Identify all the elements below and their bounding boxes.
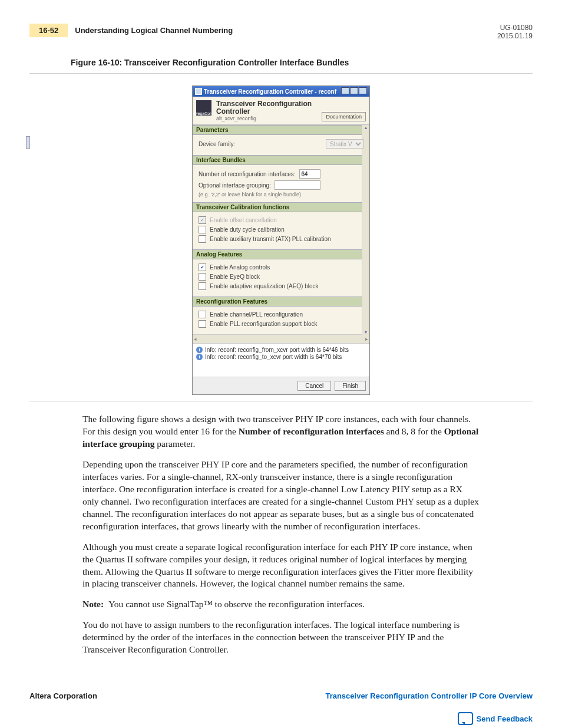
analog-controls-label: Enable Analog controls (210, 264, 270, 271)
paragraph-1: The following figure shows a design with… (82, 413, 480, 450)
eyeq-label: Enable EyeQ block (210, 274, 260, 280)
scroll-left-icon[interactable]: ◂ (194, 336, 197, 342)
optional-grouping-input[interactable] (275, 180, 320, 190)
horizontal-scrollbar[interactable]: ◂▸ (193, 334, 369, 343)
offset-cancel-checkbox (199, 216, 206, 224)
channel-pll-label: Enable channel/PLL reconfiguration (210, 311, 303, 318)
atx-pll-label: Enable auxiliary transmit (ATX) PLL cali… (210, 236, 331, 242)
offset-cancel-label: Enable offset cancellation (210, 217, 277, 223)
dropdown-icon[interactable] (195, 88, 202, 95)
megacore-logo-icon: MegaCore (196, 100, 211, 116)
analog-controls-checkbox[interactable] (199, 263, 206, 271)
finish-button[interactable]: Finish (335, 381, 366, 391)
note-text: You cannot use SignalTap™ to observe the… (108, 598, 365, 611)
paragraph-2: Depending upon the transceiver PHY IP co… (82, 459, 480, 533)
eyeq-checkbox[interactable] (199, 273, 206, 281)
dialog-figure: Transceiver Reconfiguration Controller -… (192, 85, 370, 395)
feedback-label: Send Feedback (477, 714, 533, 723)
body-text: The following figure shows a design with… (82, 413, 480, 656)
doc-id: UG-01080 (497, 24, 533, 32)
info-icon: i (196, 354, 203, 360)
pll-support-label: Enable PLL reconfiguration support block (210, 321, 318, 327)
dialog-title-text: Transceiver Reconfiguration Controller -… (204, 88, 336, 95)
page-number: 16-52 (29, 24, 68, 37)
info-icon: i (196, 347, 203, 353)
cancel-button[interactable]: Cancel (297, 381, 331, 391)
group-header-parameters: Parameters (193, 125, 369, 135)
channel-pll-checkbox[interactable] (199, 311, 206, 318)
pll-support-checkbox[interactable] (199, 320, 206, 328)
figure-caption: Figure 16-10: Transceiver Reconfiguratio… (71, 58, 533, 67)
separator (29, 73, 533, 74)
feedback-icon (458, 712, 473, 725)
footer-company: Altera Corporation (29, 691, 97, 700)
scroll-up-icon[interactable]: ▴ (365, 125, 367, 130)
num-reconfig-if-input[interactable] (299, 169, 320, 179)
note-paragraph: Note: You cannot use SignalTap™ to obser… (82, 598, 480, 611)
vertical-scrollbar[interactable]: ▴▾ (362, 125, 369, 335)
group-header-analog: Analog Features (193, 249, 369, 259)
info-line-1: Info: reconf: reconfig_from_xcvr port wi… (205, 347, 349, 353)
page-header: 16-52 Understanding Logical Channel Numb… (29, 24, 533, 40)
scroll-right-icon[interactable]: ▸ (365, 336, 368, 342)
aeq-checkbox[interactable] (199, 282, 206, 290)
aeq-label: Enable adaptive equalization (AEQ) block (210, 283, 319, 289)
product-subtitle: alt_xcvr_reconfig (216, 116, 317, 121)
section-title: Understanding Logical Channel Numbering (75, 26, 233, 35)
group-header-reconfig: Reconfiguration Features (193, 297, 369, 307)
collapse-handle-icon (26, 136, 30, 149)
page-footer: Altera Corporation Transceiver Reconfigu… (29, 691, 533, 700)
text-run: parameter. (154, 439, 195, 449)
close-icon[interactable] (359, 87, 367, 94)
duty-cycle-checkbox[interactable] (199, 226, 206, 233)
scroll-down-icon[interactable]: ▾ (365, 330, 367, 335)
minimize-icon[interactable] (341, 87, 349, 94)
atx-pll-checkbox[interactable] (199, 235, 206, 243)
optional-grouping-label: Optional interface grouping: (199, 182, 271, 189)
duty-cycle-label: Enable duty cycle calibration (210, 226, 285, 233)
paragraph-5: You do not have to assign numbers to the… (82, 619, 480, 656)
maximize-icon[interactable] (350, 87, 358, 94)
window-controls[interactable] (340, 87, 367, 95)
product-title: Transceiver Reconfiguration Controller (216, 100, 317, 116)
text-run: and 8, 8 for the (384, 426, 444, 436)
group-header-calibration: Transceiver Calibration functions (193, 202, 369, 212)
device-family-select[interactable]: Stratix V (326, 139, 363, 149)
grouping-hint: (e.g. '2,2' or leave blank for a single … (199, 192, 363, 197)
bold-term: Number of reconfiguration interfaces (239, 426, 384, 436)
device-family-label: Device family: (199, 141, 235, 147)
documentation-button[interactable]: Documentation (322, 112, 366, 121)
num-reconfig-if-label: Number of reconfiguration interfaces: (199, 171, 296, 177)
separator (29, 401, 533, 401)
send-feedback-link[interactable]: Send Feedback (29, 712, 533, 725)
info-line-2: Info: reconf: reconfig_to_xcvr port widt… (205, 354, 342, 360)
group-header-interface-bundles: Interface Bundles (193, 155, 369, 165)
paragraph-3: Although you must create a separate logi… (82, 541, 480, 591)
note-label: Note: (82, 598, 104, 611)
info-panel: iInfo: reconf: reconfig_from_xcvr port w… (193, 343, 369, 377)
dialog-titlebar: Transceiver Reconfiguration Controller -… (193, 86, 369, 97)
doc-date: 2015.01.19 (497, 32, 533, 40)
footer-chapter-link[interactable]: Transceiver Reconfiguration Controller I… (325, 691, 533, 700)
